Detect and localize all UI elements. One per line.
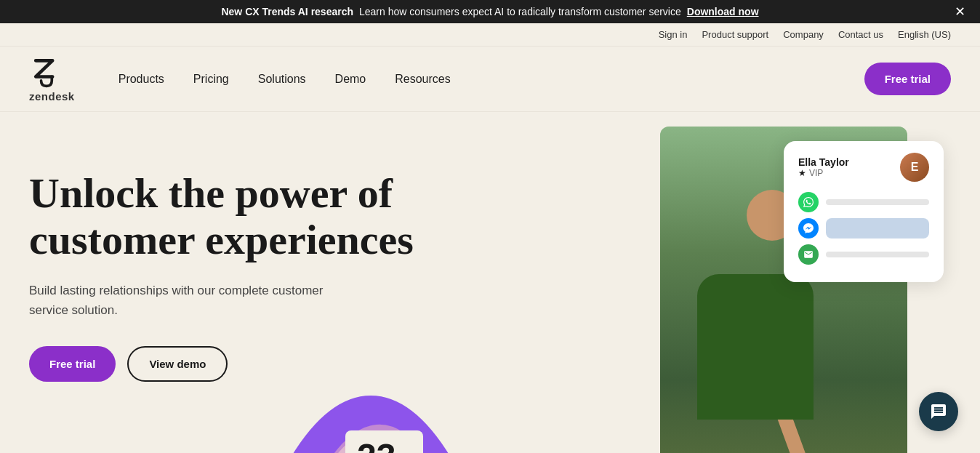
announcement-highlight: New CX Trends AI research — [221, 6, 353, 17]
stats-badge: 23% — [345, 430, 423, 453]
nav-demo[interactable]: Demo — [335, 73, 366, 86]
utility-nav: Sign in Product support Company Contact … — [0, 23, 980, 47]
hero-section: Unlock the power of customer experiences… — [0, 112, 980, 453]
hero-subtitle: Build lasting relationships with our com… — [29, 281, 349, 320]
company-link[interactable]: Company — [783, 29, 824, 40]
stats-number: 23 — [357, 437, 395, 453]
channel-row-messenger — [798, 218, 929, 238]
download-link[interactable]: Download now — [687, 6, 759, 17]
star-icon: ★ — [798, 168, 806, 178]
messenger-icon — [798, 218, 819, 238]
logo[interactable]: zendesk — [29, 55, 75, 103]
hero-view-demo-button[interactable]: View demo — [127, 346, 228, 382]
hero-free-trial-button[interactable]: Free trial — [29, 346, 116, 382]
main-nav: zendesk Products Pricing Solutions Demo … — [0, 47, 980, 112]
chat-bubble-icon — [930, 403, 947, 420]
customer-avatar: E — [900, 153, 929, 182]
sign-in-link[interactable]: Sign in — [659, 29, 688, 40]
chat-bubble-button[interactable] — [919, 392, 958, 431]
announcement-body: Learn how consumers expect AI to radical… — [359, 6, 681, 17]
messenger-bar — [826, 218, 929, 238]
nav-products[interactable]: Products — [119, 73, 164, 86]
language-selector[interactable]: English (US) — [898, 29, 951, 40]
email-bar — [826, 252, 929, 257]
product-support-link[interactable]: Product support — [702, 29, 768, 40]
zendesk-logo-icon — [29, 55, 63, 89]
logo-text: zendesk — [29, 90, 75, 103]
channel-row-whatsapp — [798, 192, 929, 212]
nav-resources[interactable]: Resources — [395, 73, 450, 86]
hero-content: Unlock the power of customer experiences… — [29, 156, 436, 382]
close-announcement-button[interactable]: ✕ — [955, 5, 965, 18]
free-trial-button[interactable]: Free trial — [864, 63, 951, 95]
hero-title: Unlock the power of customer experiences — [29, 170, 436, 263]
customer-card-header: Ella Taylor ★ VIP E — [798, 153, 929, 182]
contact-us-link[interactable]: Contact us — [838, 29, 883, 40]
customer-vip-badge: ★ VIP — [798, 168, 849, 178]
customer-name: Ella Taylor — [798, 156, 849, 168]
customer-card: Ella Taylor ★ VIP E — [784, 141, 944, 282]
announcement-bar: New CX Trends AI research Learn how cons… — [0, 0, 980, 23]
nav-pricing[interactable]: Pricing — [193, 73, 229, 86]
vip-label: VIP — [809, 168, 823, 178]
whatsapp-icon — [798, 192, 819, 212]
customer-info: Ella Taylor ★ VIP — [798, 156, 849, 178]
nav-links: Products Pricing Solutions Demo Resource… — [119, 73, 864, 86]
email-channel-icon — [798, 244, 819, 265]
whatsapp-bar — [826, 199, 929, 205]
channel-row-email — [798, 244, 929, 265]
nav-solutions[interactable]: Solutions — [258, 73, 306, 86]
